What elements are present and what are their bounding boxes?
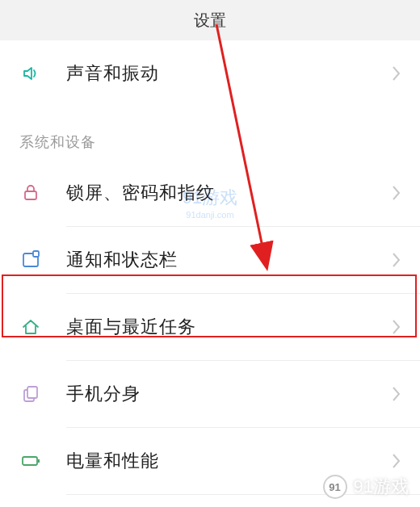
row-label: 电量和性能 <box>66 449 391 473</box>
chevron-right-icon <box>391 319 401 335</box>
chevron-right-icon <box>391 65 401 82</box>
svg-rect-2 <box>33 251 39 257</box>
row-sound-vibration[interactable]: 声音和振动 <box>0 40 420 107</box>
row-label: 手机分身 <box>66 382 391 406</box>
chevron-right-icon <box>391 252 401 268</box>
watermark-logo-icon: 91 <box>323 475 347 499</box>
speaker-icon <box>19 62 42 85</box>
row-label: 桌面与最近任务 <box>66 315 391 339</box>
row-label: 声音和振动 <box>66 61 391 86</box>
clone-icon <box>19 383 42 405</box>
chevron-right-icon <box>391 185 401 201</box>
settings-header: 设置 <box>0 0 420 40</box>
svg-rect-0 <box>25 191 36 199</box>
lock-icon <box>19 182 42 204</box>
notification-icon <box>19 249 42 271</box>
row-home-recent-tasks[interactable]: 桌面与最近任务 <box>0 294 420 360</box>
row-lockscreen-password[interactable]: 锁屏、密码和指纹 <box>0 160 420 226</box>
battery-icon <box>19 450 42 472</box>
section-label: 系统和设备 <box>19 134 96 150</box>
chevron-right-icon <box>391 386 401 402</box>
row-notification-statusbar[interactable]: 通知和状态栏 <box>0 227 420 293</box>
row-phone-clone[interactable]: 手机分身 <box>0 361 420 427</box>
svg-rect-5 <box>23 457 37 465</box>
home-icon <box>19 316 42 338</box>
row-label: 锁屏、密码和指纹 <box>66 181 391 205</box>
section-system-and-device: 系统和设备 <box>0 118 420 160</box>
watermark-corner-text: 91游戏 <box>354 475 409 499</box>
svg-rect-6 <box>38 459 40 463</box>
page-title: 设置 <box>194 10 226 31</box>
watermark-corner: 91 91游戏 <box>323 475 409 499</box>
row-label: 通知和状态栏 <box>66 248 391 272</box>
chevron-right-icon <box>391 453 401 469</box>
svg-rect-4 <box>27 387 37 398</box>
